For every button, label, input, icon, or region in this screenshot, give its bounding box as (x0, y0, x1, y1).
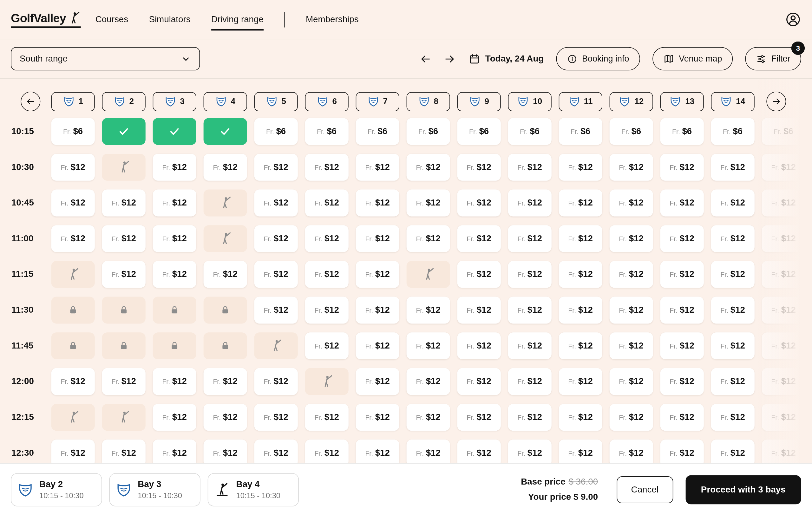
bay-header-chip[interactable]: 11 (559, 92, 602, 111)
slot-cell[interactable]: Fr.$12 (305, 404, 349, 431)
slot-cell[interactable]: Fr.$12 (153, 440, 196, 463)
slot-cell[interactable]: Fr.$12 (559, 190, 602, 217)
slot-cell[interactable]: Fr.$12 (457, 225, 501, 252)
slot-cell[interactable]: Fr.$12 (356, 154, 399, 181)
slot-cell[interactable]: Fr.$12 (610, 225, 653, 252)
bay-header-chip[interactable]: 4 (204, 92, 247, 111)
slot-cell[interactable]: Fr.$12 (305, 190, 349, 217)
slot-cell[interactable]: Fr.$12 (407, 368, 450, 395)
slot-cell[interactable]: Fr.$6 (356, 118, 399, 145)
slot-cell[interactable]: Fr.$12 (407, 297, 450, 324)
slot-cell[interactable]: Fr.$12 (153, 404, 196, 431)
selected-bay-card[interactable]: Bay 2 10:15 - 10:30 (11, 473, 102, 506)
bay-header-chip[interactable]: 6 (305, 92, 349, 111)
slot-cell[interactable]: Fr.$12 (153, 154, 196, 181)
slot-cell[interactable]: Fr.$12 (102, 225, 146, 252)
slot-cell[interactable]: Fr.$12 (559, 368, 602, 395)
slot-cell[interactable]: Fr.$12 (254, 368, 298, 395)
selected-bay-card[interactable]: Bay 4 10:15 - 10:30 (208, 473, 299, 506)
slot-cell[interactable]: Fr.$6 (559, 118, 602, 145)
slot-cell[interactable]: Fr.$12 (610, 261, 653, 288)
slot-cell[interactable]: Fr.$12 (508, 440, 552, 463)
slot-cell[interactable]: Fr.$12 (660, 261, 704, 288)
booking-info-button[interactable]: Booking info (556, 47, 640, 70)
slot-cell[interactable]: Fr.$12 (610, 332, 653, 359)
slot-cell[interactable]: Fr.$12 (51, 225, 95, 252)
slot-cell[interactable]: Fr.$12 (660, 440, 704, 463)
slot-cell[interactable]: Fr.$12 (762, 261, 805, 288)
slot-cell[interactable]: Fr.$12 (254, 190, 298, 217)
slot-cell[interactable]: Fr.$12 (660, 404, 704, 431)
account-button[interactable] (785, 11, 801, 28)
slot-cell[interactable]: Fr.$6 (305, 118, 349, 145)
slot-cell[interactable]: Fr.$12 (457, 154, 501, 181)
slot-cell[interactable]: Fr.$12 (204, 154, 247, 181)
slot-cell[interactable]: Fr.$12 (508, 190, 552, 217)
slot-cell[interactable]: Fr.$12 (457, 404, 501, 431)
slot-cell[interactable]: Fr.$12 (660, 190, 704, 217)
slot-cell[interactable]: Fr.$12 (51, 190, 95, 217)
slot-cell[interactable]: Fr.$12 (711, 368, 755, 395)
slot-cell[interactable]: Fr.$12 (559, 440, 602, 463)
slot-cell[interactable]: Fr.$12 (254, 261, 298, 288)
slot-cell[interactable]: Fr.$12 (457, 368, 501, 395)
slot-cell[interactable]: Fr.$12 (356, 261, 399, 288)
slot-cell[interactable]: Fr.$12 (153, 261, 196, 288)
slot-cell[interactable]: Fr.$12 (610, 440, 653, 463)
slot-cell[interactable]: Fr.$12 (153, 225, 196, 252)
slot-cell[interactable]: Fr.$12 (762, 225, 805, 252)
bay-header-chip[interactable]: 7 (356, 92, 399, 111)
slot-cell[interactable]: Fr.$12 (204, 368, 247, 395)
slot-cell[interactable]: Fr.$12 (457, 190, 501, 217)
nav-item-simulators[interactable]: Simulators (149, 14, 190, 25)
slot-cell[interactable]: Fr.$12 (660, 297, 704, 324)
range-select[interactable]: South range (11, 47, 200, 70)
slot-cell[interactable]: Fr.$12 (305, 332, 349, 359)
selected-bay-card[interactable]: Bay 3 10:15 - 10:30 (109, 473, 200, 506)
bay-header-chip[interactable]: 14 (711, 92, 755, 111)
slot-cell[interactable]: Fr.$12 (407, 190, 450, 217)
slot-cell[interactable] (153, 118, 196, 145)
slot-cell[interactable]: Fr.$12 (508, 297, 552, 324)
bay-header-chip[interactable]: 2 (102, 92, 146, 111)
filter-button[interactable]: Filter 3 (745, 47, 801, 70)
slot-cell[interactable]: Fr.$12 (610, 190, 653, 217)
bay-header-chip[interactable]: 13 (660, 92, 704, 111)
slot-cell[interactable]: Fr.$12 (305, 261, 349, 288)
slot-cell[interactable]: Fr.$12 (407, 154, 450, 181)
slot-cell[interactable]: Fr.$12 (51, 154, 95, 181)
date-picker[interactable]: Today, 24 Aug (468, 53, 544, 64)
slot-cell[interactable]: Fr.$12 (762, 154, 805, 181)
slot-cell[interactable]: Fr.$12 (254, 154, 298, 181)
slot-cell[interactable]: Fr.$12 (559, 297, 602, 324)
nav-item-memberships[interactable]: Memberships (306, 14, 359, 25)
slot-cell[interactable]: Fr.$12 (559, 225, 602, 252)
slot-cell[interactable]: Fr.$12 (762, 404, 805, 431)
slot-cell[interactable]: Fr.$12 (407, 440, 450, 463)
slot-cell[interactable]: Fr.$12 (508, 332, 552, 359)
bays-scroll-left-button[interactable] (21, 92, 40, 111)
slot-cell[interactable]: Fr.$12 (762, 190, 805, 217)
slot-cell[interactable]: Fr.$12 (610, 368, 653, 395)
bay-header-chip[interactable]: 8 (407, 92, 450, 111)
nav-item-driving-range[interactable]: Driving range (211, 14, 264, 25)
slot-cell[interactable]: Fr.$12 (711, 440, 755, 463)
slot-cell[interactable]: Fr.$12 (204, 404, 247, 431)
slot-cell[interactable]: Fr.$12 (153, 368, 196, 395)
slot-cell[interactable]: Fr.$12 (102, 368, 146, 395)
nav-item-courses[interactable]: Courses (95, 14, 128, 25)
slot-cell[interactable]: Fr.$12 (204, 440, 247, 463)
slot-cell[interactable]: Fr.$12 (254, 297, 298, 324)
slot-cell[interactable]: Fr.$12 (508, 404, 552, 431)
slot-cell[interactable]: Fr.$12 (610, 154, 653, 181)
slot-cell[interactable]: Fr.$12 (51, 440, 95, 463)
slot-cell[interactable]: Fr.$12 (559, 404, 602, 431)
slot-cell[interactable]: Fr.$12 (559, 261, 602, 288)
slot-cell[interactable]: Fr.$12 (254, 404, 298, 431)
slot-cell[interactable]: Fr.$12 (711, 154, 755, 181)
slot-cell[interactable]: Fr.$12 (711, 190, 755, 217)
slot-cell[interactable]: Fr.$12 (457, 297, 501, 324)
slot-cell[interactable]: Fr.$12 (559, 154, 602, 181)
slot-cell[interactable]: Fr.$6 (407, 118, 450, 145)
slot-cell[interactable]: Fr.$12 (711, 404, 755, 431)
